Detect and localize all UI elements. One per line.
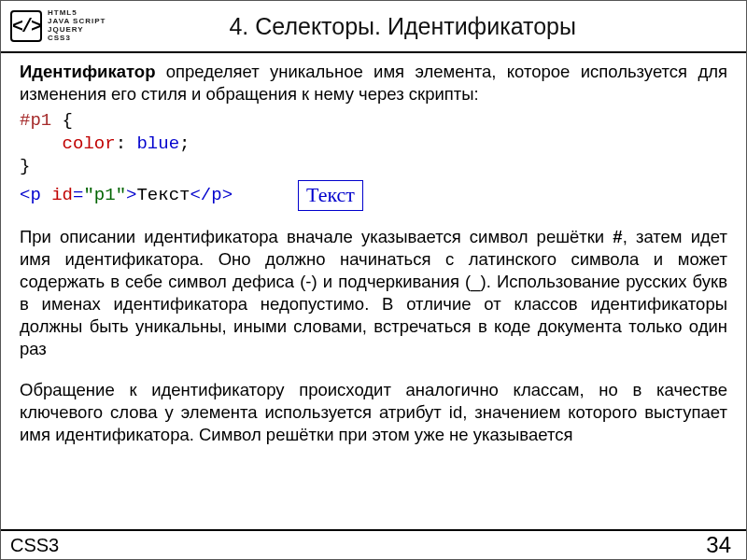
spacer bbox=[20, 211, 727, 226]
para2-hash: # bbox=[613, 227, 622, 246]
code-selector: #p1 bbox=[20, 110, 51, 131]
code-icon: </> bbox=[10, 10, 42, 42]
para2-b: , затем идет имя идентификатора. Оно дол… bbox=[20, 227, 727, 358]
code-tag-open-1: <p bbox=[20, 185, 51, 205]
code-semi: ; bbox=[179, 133, 190, 154]
css-code-block: #p1 { color: blue; } bbox=[20, 109, 727, 178]
logo-line-4: CSS3 bbox=[48, 35, 106, 43]
code-attr: id bbox=[51, 185, 73, 205]
intro-paragraph: Идентификатор определяет уникальное имя … bbox=[20, 61, 727, 105]
code-brace-close: } bbox=[20, 156, 30, 176]
paragraph-3: Обращение к идентификатору происходит ан… bbox=[20, 379, 727, 446]
logo-text: HTML5 JAVA SCRIPT JQUERY CSS3 bbox=[48, 9, 106, 42]
code-attr-value: "p1" bbox=[83, 185, 126, 205]
spacer-2 bbox=[20, 364, 727, 379]
page-number: 34 bbox=[706, 532, 731, 558]
slide: </> HTML5 JAVA SCRIPT JQUERY CSS3 4. Сел… bbox=[0, 0, 747, 560]
code-inner-text: Текст bbox=[136, 185, 190, 205]
code-colon: : bbox=[116, 133, 137, 154]
code-property: color bbox=[63, 133, 116, 154]
html-code-block: <p id="p1">Текст</p> bbox=[20, 184, 233, 207]
footer-left: CSS3 bbox=[10, 535, 706, 556]
slide-title: 4. Селекторы. Идентификаторы bbox=[106, 13, 737, 40]
code-value: blue bbox=[136, 133, 179, 154]
paragraph-2: При описании идентификатора вначале указ… bbox=[20, 226, 727, 360]
code-indent bbox=[20, 133, 63, 154]
intro-lead: Идентификатор bbox=[20, 62, 155, 81]
html-example-row: <p id="p1">Текст</p> Текст bbox=[20, 182, 727, 211]
rendered-example: Текст bbox=[298, 180, 363, 211]
slide-header: </> HTML5 JAVA SCRIPT JQUERY CSS3 4. Сел… bbox=[1, 1, 746, 53]
para2-a: При описании идентификатора вначале указ… bbox=[20, 227, 613, 246]
logo: </> HTML5 JAVA SCRIPT JQUERY CSS3 bbox=[10, 9, 106, 42]
code-eq: = bbox=[73, 185, 83, 205]
code-tag-open-2: > bbox=[126, 185, 136, 205]
code-brace-open: { bbox=[51, 110, 73, 131]
code-tag-close: </p> bbox=[190, 185, 233, 205]
slide-content: Идентификатор определяет уникальное имя … bbox=[1, 53, 746, 446]
slide-footer: CSS3 34 bbox=[1, 529, 746, 559]
